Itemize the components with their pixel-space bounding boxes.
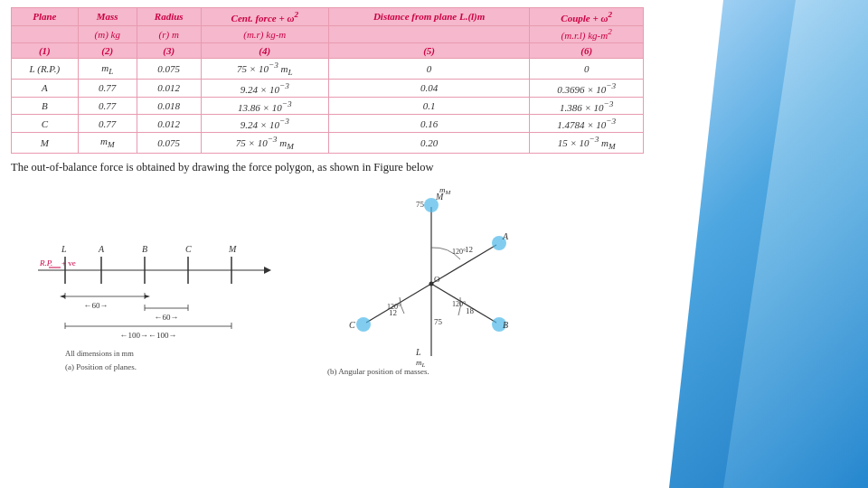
svg-point-28 — [429, 281, 434, 286]
label-A: A — [502, 231, 509, 241]
label-L: L — [415, 347, 421, 357]
diagram-right-svg: M mM 75 A 12 B 18 C 12 — [309, 180, 553, 379]
cell-plane: A — [12, 80, 79, 98]
table-row: M mM 0.075 75 × 10−3 mM 0.20 15 × 10−3 m… — [12, 133, 644, 154]
angle-AB: 120° — [452, 300, 466, 308]
table-row: B 0.77 0.018 13.86 × 10−3 0.1 1.386 × 10… — [12, 97, 644, 115]
col-idx-3: (3) — [137, 43, 201, 59]
rp-label: R.P. — [39, 258, 52, 267]
col-header-centforce: Cent. force + ω2 — [201, 8, 328, 26]
caption-a: (a) Position of planes. — [65, 362, 137, 371]
plane-L-label: L — [61, 244, 67, 254]
label-12A: 12 — [465, 245, 473, 254]
all-dim-label: All dimensions in mm — [65, 349, 134, 358]
label-18: 18 — [466, 306, 475, 315]
col-idx-2: (2) — [78, 43, 137, 59]
cell-couple: 1.386 × 10−3 — [530, 97, 644, 115]
angle-MA: 120° — [452, 248, 466, 256]
cell-couple: 0 — [530, 59, 644, 80]
table-row: L (R.P.) mL 0.075 75 × 10−3 mL 0 0 — [12, 59, 644, 80]
cell-radius: 0.012 — [137, 80, 201, 98]
cell-distance: 0.16 — [328, 115, 529, 133]
diagram-right: M mM 75 A 12 B 18 C 12 — [309, 180, 562, 382]
dim-100-label: ←100→←100→ — [120, 331, 177, 340]
dim-60-label: ←60→ — [84, 301, 108, 310]
cell-plane: B — [12, 97, 79, 115]
cell-mass: 0.77 — [78, 97, 137, 115]
diagram-left-svg: R.P. + ve L A B C M — [11, 180, 291, 379]
plane-M-label: M — [228, 244, 237, 254]
diagram-left: R.P. + ve L A B C M — [11, 180, 291, 382]
col-sub-3: (r) m — [137, 25, 201, 43]
data-table: Plane Mass Radius Cent. force + ω2 Dista… — [11, 7, 644, 154]
col-header-distance: Distance from plane L.(l)m — [328, 8, 529, 26]
cell-centforce: 75 × 10−3 mL — [201, 59, 328, 80]
col-sub-6: (m.r.l) kg-m2 — [530, 25, 644, 43]
cell-centforce: 75 × 10−3 mM — [201, 133, 328, 154]
label-O: O — [434, 275, 440, 284]
caption-b: (b) Angular position of masses. — [327, 367, 429, 376]
col-header-couple: Couple + ω2 — [530, 8, 644, 26]
cell-mass: 0.77 — [78, 80, 137, 98]
col-sub-1 — [12, 25, 79, 43]
col-sub-4: (m.r) kg-m — [201, 25, 328, 43]
svg-marker-11 — [60, 295, 65, 298]
svg-marker-1 — [264, 267, 271, 274]
cell-couple: 0.3696 × 10−3 — [530, 80, 644, 98]
main-content: Plane Mass Radius Cent. force + ω2 Dista… — [0, 0, 678, 389]
col-idx-1: (1) — [12, 43, 79, 59]
cell-distance: 0 — [328, 59, 529, 80]
cell-distance: 0.04 — [328, 80, 529, 98]
cell-plane: C — [12, 115, 79, 133]
label-75top: 75 — [416, 200, 425, 209]
dim-60b-label: ←60→ — [155, 313, 179, 322]
col-sub-5 — [328, 25, 529, 43]
cell-mass: mL — [78, 59, 137, 80]
col-idx-5: (5) — [328, 43, 529, 59]
col-header-mass: Mass — [78, 8, 137, 26]
out-of-balance-text: The out-of-balance force is obtained by … — [11, 161, 667, 174]
cell-radius: 0.075 — [137, 133, 201, 154]
svg-marker-12 — [145, 295, 150, 298]
cell-plane: L (R.P.) — [12, 59, 79, 80]
plane-A-label: A — [98, 244, 105, 254]
table-row: C 0.77 0.012 9.24 × 10−3 0.16 1.4784 × 1… — [12, 115, 644, 133]
plane-B-label: B — [142, 244, 147, 254]
diagrams: R.P. + ve L A B C M — [11, 180, 667, 382]
col-header-radius: Radius — [137, 8, 201, 26]
cell-plane: M — [12, 133, 79, 154]
table-row: A 0.77 0.012 9.24 × 10−3 0.04 0.3696 × 1… — [12, 80, 644, 98]
cell-distance: 0.20 — [328, 133, 529, 154]
col-idx-4: (4) — [201, 43, 328, 59]
cell-distance: 0.1 — [328, 97, 529, 115]
cell-couple: 1.4784 × 10−3 — [530, 115, 644, 133]
cell-couple: 15 × 10−3 mM — [530, 133, 644, 154]
cell-centforce: 9.24 × 10−3 — [201, 115, 328, 133]
col-sub-2: (m) kg — [78, 25, 137, 43]
cell-centforce: 13.86 × 10−3 — [201, 97, 328, 115]
plane-C-label: C — [185, 244, 192, 254]
cell-centforce: 9.24 × 10−3 — [201, 80, 328, 98]
ve-label: + ve — [61, 258, 76, 267]
label-B: B — [503, 320, 508, 330]
col-header-plane: Plane — [12, 8, 79, 26]
angle-BC: 120° — [387, 303, 401, 311]
cell-radius: 0.012 — [137, 115, 201, 133]
cell-radius: 0.018 — [137, 97, 201, 115]
cell-mass: 0.77 — [78, 115, 137, 133]
cell-radius: 0.075 — [137, 59, 201, 80]
cell-mass: mM — [78, 133, 137, 154]
label-75bot: 75 — [434, 317, 443, 326]
col-idx-6: (6) — [530, 43, 644, 59]
svg-point-26 — [356, 317, 371, 332]
label-C: C — [349, 320, 355, 330]
